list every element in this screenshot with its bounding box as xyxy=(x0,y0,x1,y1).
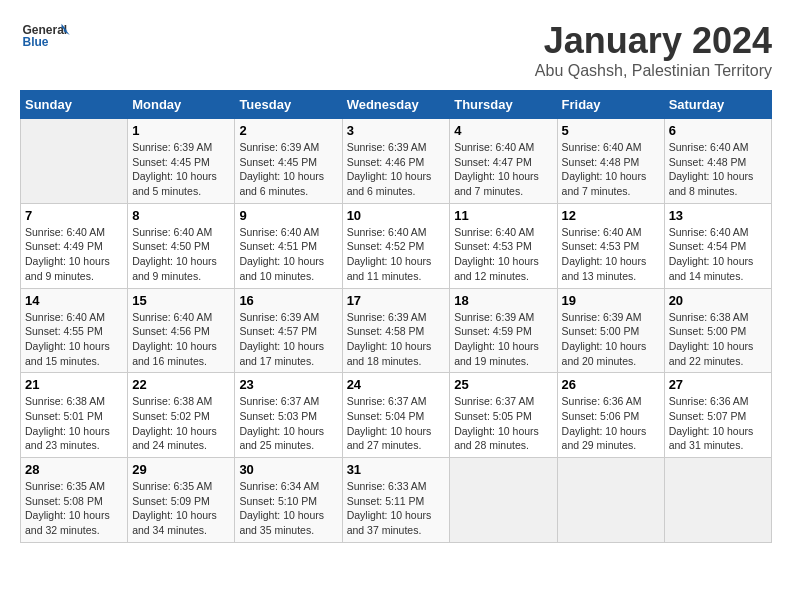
subtitle: Abu Qashsh, Palestinian Territory xyxy=(535,62,772,80)
calendar-cell xyxy=(664,458,771,543)
calendar-cell: 24Sunrise: 6:37 AMSunset: 5:04 PMDayligh… xyxy=(342,373,450,458)
day-number: 27 xyxy=(669,377,767,392)
day-number: 24 xyxy=(347,377,446,392)
calendar-cell: 29Sunrise: 6:35 AMSunset: 5:09 PMDayligh… xyxy=(128,458,235,543)
day-info: Sunrise: 6:39 AMSunset: 4:57 PMDaylight:… xyxy=(239,310,337,369)
calendar-cell: 23Sunrise: 6:37 AMSunset: 5:03 PMDayligh… xyxy=(235,373,342,458)
day-info: Sunrise: 6:39 AMSunset: 4:46 PMDaylight:… xyxy=(347,140,446,199)
calendar-cell: 4Sunrise: 6:40 AMSunset: 4:47 PMDaylight… xyxy=(450,119,557,204)
day-info: Sunrise: 6:40 AMSunset: 4:48 PMDaylight:… xyxy=(669,140,767,199)
day-info: Sunrise: 6:37 AMSunset: 5:03 PMDaylight:… xyxy=(239,394,337,453)
calendar-cell: 2Sunrise: 6:39 AMSunset: 4:45 PMDaylight… xyxy=(235,119,342,204)
day-info: Sunrise: 6:40 AMSunset: 4:54 PMDaylight:… xyxy=(669,225,767,284)
day-info: Sunrise: 6:37 AMSunset: 5:04 PMDaylight:… xyxy=(347,394,446,453)
column-header-wednesday: Wednesday xyxy=(342,91,450,119)
week-row-5: 28Sunrise: 6:35 AMSunset: 5:08 PMDayligh… xyxy=(21,458,772,543)
day-number: 5 xyxy=(562,123,660,138)
day-number: 15 xyxy=(132,293,230,308)
day-number: 21 xyxy=(25,377,123,392)
calendar-cell: 21Sunrise: 6:38 AMSunset: 5:01 PMDayligh… xyxy=(21,373,128,458)
day-number: 18 xyxy=(454,293,552,308)
day-number: 19 xyxy=(562,293,660,308)
calendar-cell: 11Sunrise: 6:40 AMSunset: 4:53 PMDayligh… xyxy=(450,203,557,288)
day-info: Sunrise: 6:40 AMSunset: 4:51 PMDaylight:… xyxy=(239,225,337,284)
day-info: Sunrise: 6:40 AMSunset: 4:52 PMDaylight:… xyxy=(347,225,446,284)
day-number: 13 xyxy=(669,208,767,223)
day-number: 26 xyxy=(562,377,660,392)
calendar-cell: 25Sunrise: 6:37 AMSunset: 5:05 PMDayligh… xyxy=(450,373,557,458)
calendar-cell: 20Sunrise: 6:38 AMSunset: 5:00 PMDayligh… xyxy=(664,288,771,373)
day-info: Sunrise: 6:36 AMSunset: 5:06 PMDaylight:… xyxy=(562,394,660,453)
day-number: 12 xyxy=(562,208,660,223)
day-info: Sunrise: 6:40 AMSunset: 4:47 PMDaylight:… xyxy=(454,140,552,199)
day-info: Sunrise: 6:40 AMSunset: 4:48 PMDaylight:… xyxy=(562,140,660,199)
day-info: Sunrise: 6:40 AMSunset: 4:50 PMDaylight:… xyxy=(132,225,230,284)
calendar-cell: 26Sunrise: 6:36 AMSunset: 5:06 PMDayligh… xyxy=(557,373,664,458)
calendar-cell: 13Sunrise: 6:40 AMSunset: 4:54 PMDayligh… xyxy=(664,203,771,288)
column-header-monday: Monday xyxy=(128,91,235,119)
column-header-saturday: Saturday xyxy=(664,91,771,119)
day-number: 2 xyxy=(239,123,337,138)
svg-text:Blue: Blue xyxy=(23,35,49,49)
header-row: SundayMondayTuesdayWednesdayThursdayFrid… xyxy=(21,91,772,119)
day-number: 3 xyxy=(347,123,446,138)
day-info: Sunrise: 6:34 AMSunset: 5:10 PMDaylight:… xyxy=(239,479,337,538)
calendar-cell: 18Sunrise: 6:39 AMSunset: 4:59 PMDayligh… xyxy=(450,288,557,373)
day-number: 7 xyxy=(25,208,123,223)
column-header-sunday: Sunday xyxy=(21,91,128,119)
day-number: 28 xyxy=(25,462,123,477)
week-row-4: 21Sunrise: 6:38 AMSunset: 5:01 PMDayligh… xyxy=(21,373,772,458)
calendar-cell: 5Sunrise: 6:40 AMSunset: 4:48 PMDaylight… xyxy=(557,119,664,204)
day-info: Sunrise: 6:39 AMSunset: 4:58 PMDaylight:… xyxy=(347,310,446,369)
day-number: 16 xyxy=(239,293,337,308)
day-info: Sunrise: 6:33 AMSunset: 5:11 PMDaylight:… xyxy=(347,479,446,538)
day-info: Sunrise: 6:38 AMSunset: 5:02 PMDaylight:… xyxy=(132,394,230,453)
calendar-cell: 28Sunrise: 6:35 AMSunset: 5:08 PMDayligh… xyxy=(21,458,128,543)
main-title: January 2024 xyxy=(535,20,772,62)
calendar-cell: 15Sunrise: 6:40 AMSunset: 4:56 PMDayligh… xyxy=(128,288,235,373)
day-number: 6 xyxy=(669,123,767,138)
calendar-cell: 9Sunrise: 6:40 AMSunset: 4:51 PMDaylight… xyxy=(235,203,342,288)
day-info: Sunrise: 6:40 AMSunset: 4:53 PMDaylight:… xyxy=(454,225,552,284)
day-number: 8 xyxy=(132,208,230,223)
day-info: Sunrise: 6:39 AMSunset: 4:59 PMDaylight:… xyxy=(454,310,552,369)
day-number: 17 xyxy=(347,293,446,308)
day-info: Sunrise: 6:37 AMSunset: 5:05 PMDaylight:… xyxy=(454,394,552,453)
calendar-cell: 6Sunrise: 6:40 AMSunset: 4:48 PMDaylight… xyxy=(664,119,771,204)
week-row-2: 7Sunrise: 6:40 AMSunset: 4:49 PMDaylight… xyxy=(21,203,772,288)
calendar-cell: 17Sunrise: 6:39 AMSunset: 4:58 PMDayligh… xyxy=(342,288,450,373)
calendar-cell: 1Sunrise: 6:39 AMSunset: 4:45 PMDaylight… xyxy=(128,119,235,204)
calendar-cell: 3Sunrise: 6:39 AMSunset: 4:46 PMDaylight… xyxy=(342,119,450,204)
column-header-thursday: Thursday xyxy=(450,91,557,119)
day-info: Sunrise: 6:36 AMSunset: 5:07 PMDaylight:… xyxy=(669,394,767,453)
week-row-1: 1Sunrise: 6:39 AMSunset: 4:45 PMDaylight… xyxy=(21,119,772,204)
day-info: Sunrise: 6:40 AMSunset: 4:49 PMDaylight:… xyxy=(25,225,123,284)
day-number: 30 xyxy=(239,462,337,477)
calendar-cell xyxy=(21,119,128,204)
day-info: Sunrise: 6:35 AMSunset: 5:09 PMDaylight:… xyxy=(132,479,230,538)
day-number: 10 xyxy=(347,208,446,223)
week-row-3: 14Sunrise: 6:40 AMSunset: 4:55 PMDayligh… xyxy=(21,288,772,373)
day-number: 14 xyxy=(25,293,123,308)
logo-icon: General Blue xyxy=(20,20,70,50)
calendar-cell: 10Sunrise: 6:40 AMSunset: 4:52 PMDayligh… xyxy=(342,203,450,288)
calendar-cell xyxy=(450,458,557,543)
day-info: Sunrise: 6:39 AMSunset: 5:00 PMDaylight:… xyxy=(562,310,660,369)
calendar-cell: 22Sunrise: 6:38 AMSunset: 5:02 PMDayligh… xyxy=(128,373,235,458)
day-info: Sunrise: 6:40 AMSunset: 4:55 PMDaylight:… xyxy=(25,310,123,369)
day-number: 25 xyxy=(454,377,552,392)
day-number: 29 xyxy=(132,462,230,477)
day-number: 23 xyxy=(239,377,337,392)
calendar-cell: 19Sunrise: 6:39 AMSunset: 5:00 PMDayligh… xyxy=(557,288,664,373)
calendar-cell: 12Sunrise: 6:40 AMSunset: 4:53 PMDayligh… xyxy=(557,203,664,288)
calendar-table: SundayMondayTuesdayWednesdayThursdayFrid… xyxy=(20,90,772,543)
calendar-cell: 27Sunrise: 6:36 AMSunset: 5:07 PMDayligh… xyxy=(664,373,771,458)
day-info: Sunrise: 6:39 AMSunset: 4:45 PMDaylight:… xyxy=(239,140,337,199)
column-header-friday: Friday xyxy=(557,91,664,119)
day-number: 4 xyxy=(454,123,552,138)
calendar-cell: 14Sunrise: 6:40 AMSunset: 4:55 PMDayligh… xyxy=(21,288,128,373)
day-info: Sunrise: 6:38 AMSunset: 5:01 PMDaylight:… xyxy=(25,394,123,453)
header: General Blue January 2024 Abu Qashsh, Pa… xyxy=(20,20,772,80)
day-number: 31 xyxy=(347,462,446,477)
day-number: 1 xyxy=(132,123,230,138)
